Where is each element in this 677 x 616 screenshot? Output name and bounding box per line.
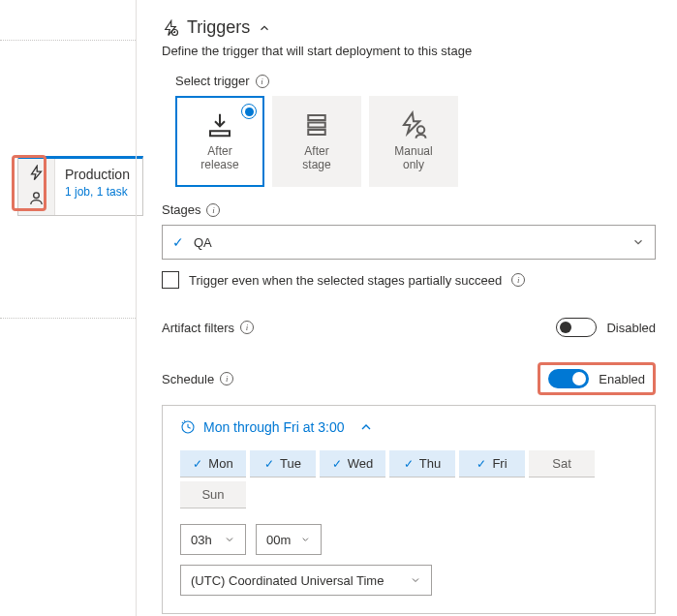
check-icon: ✓ — [193, 457, 202, 471]
chevron-up-icon — [358, 419, 374, 435]
day-fri[interactable]: ✓Fri — [459, 450, 525, 477]
check-icon: ✓ — [172, 234, 184, 250]
day-mon[interactable]: ✓Mon — [180, 450, 246, 477]
panel-description: Define the trigger that will start deplo… — [162, 44, 656, 58]
artifact-filters-state: Disabled — [606, 321, 656, 335]
day-wed[interactable]: ✓Wed — [320, 450, 385, 477]
info-icon[interactable]: i — [206, 203, 220, 217]
timezone-select[interactable]: (UTC) Coordinated Universal Time — [180, 565, 432, 596]
download-icon — [205, 110, 234, 139]
schedule-label: Schedule — [162, 372, 214, 386]
stage-subtitle[interactable]: 1 job, 1 task — [65, 185, 130, 199]
trigger-label: After stage — [302, 145, 330, 172]
stage-title: Production — [65, 167, 130, 182]
chevron-down-icon — [300, 534, 311, 545]
day-sat[interactable]: Sat — [529, 450, 595, 477]
lightning-icon — [162, 19, 179, 37]
partial-succeed-label: Trigger even when the selected stages pa… — [189, 273, 502, 288]
chevron-down-icon — [410, 574, 421, 586]
chevron-down-icon — [631, 235, 645, 249]
schedule-summary-row[interactable]: Mon through Fri at 3:00 — [180, 419, 637, 435]
trigger-after-release[interactable]: After release — [175, 96, 264, 187]
hour-select[interactable]: 03h — [180, 524, 246, 555]
check-icon: ✓ — [477, 457, 486, 471]
partial-succeed-checkbox[interactable] — [162, 271, 179, 289]
artifact-filters-label: Artifact filters — [162, 321, 234, 335]
stages-label: Stages — [162, 202, 200, 217]
info-icon[interactable]: i — [256, 75, 269, 88]
stage-trigger-highlight — [12, 155, 46, 211]
day-sun[interactable]: Sun — [180, 481, 246, 508]
info-icon[interactable]: i — [240, 321, 254, 334]
trigger-label: Manual only — [394, 145, 432, 172]
check-icon: ✓ — [264, 457, 274, 471]
lightning-user-icon — [399, 110, 428, 139]
clock-icon — [180, 419, 196, 435]
day-thu[interactable]: ✓Thu — [389, 450, 455, 477]
stages-value: QA — [194, 235, 212, 250]
artifact-filters-toggle[interactable] — [556, 318, 597, 337]
stages-dropdown[interactable]: ✓ QA — [162, 225, 656, 260]
chevron-down-icon — [224, 534, 235, 545]
select-trigger-label: Select trigger — [175, 74, 250, 88]
svg-point-5 — [417, 126, 425, 134]
svg-rect-3 — [308, 123, 325, 128]
minute-select[interactable]: 00m — [256, 524, 322, 555]
day-tue[interactable]: ✓Tue — [250, 450, 316, 477]
panel-header[interactable]: Triggers — [162, 17, 656, 38]
schedule-summary: Mon through Fri at 3:00 — [203, 419, 345, 435]
server-icon — [302, 110, 331, 139]
schedule-state: Enabled — [599, 372, 645, 386]
panel-title: Triggers — [187, 17, 250, 38]
svg-rect-4 — [308, 130, 325, 135]
trigger-label: After release — [200, 145, 238, 172]
chevron-up-icon — [258, 21, 271, 35]
trigger-after-stage[interactable]: After stage — [272, 96, 361, 187]
trigger-manual-only[interactable]: Manual only — [369, 96, 458, 187]
check-icon: ✓ — [332, 457, 342, 471]
schedule-toggle[interactable] — [548, 369, 589, 388]
info-icon[interactable]: i — [220, 372, 233, 385]
info-icon[interactable]: i — [511, 273, 525, 287]
radio-selected-icon — [241, 104, 257, 119]
svg-rect-2 — [308, 115, 325, 120]
schedule-toggle-highlight: Enabled — [538, 362, 656, 395]
check-icon: ✓ — [404, 457, 414, 471]
